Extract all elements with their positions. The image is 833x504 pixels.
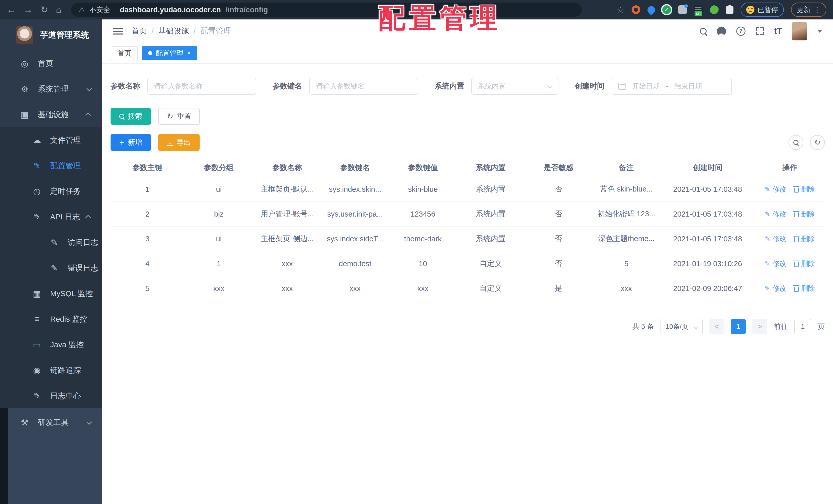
extension-orange-icon[interactable] bbox=[632, 5, 640, 14]
sidebar-item-access-log[interactable]: ✎ 访问日志 bbox=[0, 230, 102, 255]
edit-link[interactable]: ✎修改 bbox=[765, 209, 786, 219]
sidebar-item-scheduled-jobs[interactable]: ◷ 定时任务 bbox=[0, 178, 102, 204]
sidebar-item-infra[interactable]: ▣ 基础设施 bbox=[0, 102, 102, 127]
plus-icon: + bbox=[119, 138, 124, 147]
cell: 用户管理-账号... bbox=[253, 209, 321, 219]
delete-link[interactable]: 删除 bbox=[794, 185, 815, 194]
add-button[interactable]: + 新增 bbox=[111, 134, 151, 151]
clock-icon: ◷ bbox=[31, 186, 43, 196]
font-size-icon[interactable]: tT bbox=[774, 26, 782, 36]
param-name-field[interactable] bbox=[154, 82, 249, 90]
extension-leaf-icon[interactable] bbox=[710, 5, 719, 14]
tab-config-manage[interactable]: 配置管理 × bbox=[142, 46, 197, 60]
edit-link[interactable]: ✎修改 bbox=[765, 234, 786, 244]
search-button[interactable]: 搜索 bbox=[111, 108, 151, 125]
sidebar-item-tracing[interactable]: ◉ 链路追踪 bbox=[0, 357, 102, 383]
active-dot-icon bbox=[148, 51, 152, 55]
date-range-picker[interactable]: 开始日期 - 结束日期 bbox=[612, 78, 732, 95]
sidebar-item-log-center[interactable]: ✎ 日志中心 bbox=[0, 383, 102, 409]
sidebar-item-home[interactable]: ◎ 首页 bbox=[0, 51, 102, 76]
export-button[interactable]: ↓ 导出 bbox=[158, 134, 199, 151]
breadcrumb-infra[interactable]: 基础设施 bbox=[158, 26, 189, 36]
annotation-title: 配置管理 bbox=[378, 0, 501, 36]
address-bar[interactable]: ⚠ 不安全 dashboard.yudao.iocoder.cn /infra/… bbox=[71, 3, 582, 17]
extension-cn-icon[interactable]: cn bbox=[694, 5, 703, 14]
search-icon[interactable] bbox=[700, 28, 707, 34]
edit-link[interactable]: ✎修改 bbox=[765, 284, 786, 293]
next-page-button[interactable]: > bbox=[753, 319, 767, 334]
back-icon[interactable]: ← bbox=[7, 5, 16, 14]
bookmark-star-icon[interactable]: ☆ bbox=[617, 5, 624, 15]
zoom-tool-button[interactable] bbox=[788, 135, 803, 150]
sidebar-item-file-manage[interactable]: ☁ 文件管理 bbox=[0, 127, 102, 153]
column-header: 创建时间 bbox=[660, 162, 755, 173]
reset-button[interactable]: ↻ 重置 bbox=[158, 108, 200, 125]
cell: xxx bbox=[253, 259, 321, 268]
app-logo-row[interactable]: 芋道管理系统 bbox=[0, 20, 102, 51]
sidebar-item-api-log[interactable]: ✎ API 日志 bbox=[0, 204, 102, 230]
forward-icon[interactable]: → bbox=[24, 5, 33, 14]
github-icon[interactable] bbox=[717, 27, 726, 36]
delete-link[interactable]: 删除 bbox=[794, 234, 815, 244]
edit-link[interactable]: ✎修改 bbox=[765, 185, 786, 194]
cell: xxx bbox=[389, 284, 457, 293]
help-icon[interactable]: ? bbox=[736, 27, 745, 36]
cell: 是 bbox=[525, 283, 592, 294]
table-tools: ↻ bbox=[788, 135, 825, 150]
close-icon[interactable]: × bbox=[187, 49, 191, 57]
page-number-button[interactable]: 1 bbox=[731, 319, 746, 334]
sidebar-item-java-monitor[interactable]: ▭ Java 监控 bbox=[0, 332, 102, 357]
browser-menu-icon[interactable]: ⋮ bbox=[813, 6, 821, 14]
extensions-puzzle-icon[interactable] bbox=[726, 6, 734, 14]
filter-form: 参数名称 参数键名 系统内置 系统内置 创建时间 开始日期 - bbox=[111, 78, 825, 95]
sidebar-item-system[interactable]: ⚙ 系统管理 bbox=[0, 76, 102, 102]
home-icon[interactable]: ⌂ bbox=[56, 5, 62, 14]
delete-link[interactable]: 删除 bbox=[794, 209, 815, 219]
param-name-input[interactable] bbox=[147, 78, 256, 95]
page-unit-label: 页 bbox=[818, 322, 825, 331]
breadcrumb-home[interactable]: 首页 bbox=[132, 26, 147, 36]
paused-extension-pill[interactable]: 已暂停 bbox=[741, 3, 784, 17]
cell: 3 bbox=[111, 235, 184, 243]
export-button-label: 导出 bbox=[176, 137, 191, 147]
param-key-field[interactable] bbox=[316, 82, 411, 90]
add-button-label: 新增 bbox=[128, 137, 142, 147]
page-size-select[interactable]: 10条/页 bbox=[661, 319, 703, 334]
sidebar-item-label: 配置管理 bbox=[50, 160, 81, 171]
sidebar-item-dev-tools[interactable]: ⚒ 研发工具 bbox=[0, 408, 102, 437]
chevron-down-icon[interactable] bbox=[817, 30, 822, 33]
extension-check-icon[interactable]: ✓ bbox=[662, 5, 671, 14]
fullscreen-icon[interactable] bbox=[756, 27, 764, 35]
collapse-menu-icon[interactable] bbox=[113, 27, 123, 35]
chevron-up-icon bbox=[86, 112, 91, 118]
reload-icon[interactable]: ↻ bbox=[41, 5, 48, 14]
param-key-input[interactable] bbox=[309, 78, 418, 95]
sidebar-item-config-manage[interactable]: ✎ 配置管理 bbox=[0, 153, 102, 178]
tab-home[interactable]: 首页 bbox=[111, 46, 138, 60]
cell: 5 bbox=[592, 259, 660, 268]
sidebar-item-error-log[interactable]: ✎ 错误日志 bbox=[0, 255, 102, 281]
goto-page-input[interactable] bbox=[794, 319, 811, 334]
row-actions: ✎修改 删除 bbox=[755, 185, 825, 194]
sidebar-item-mysql-monitor[interactable]: ▦ MySQL 监控 bbox=[0, 281, 102, 306]
user-avatar[interactable] bbox=[792, 22, 807, 41]
extension-grid-icon[interactable] bbox=[678, 5, 687, 14]
breadcrumb-current: 配置管理 bbox=[200, 26, 231, 36]
refresh-tool-button[interactable]: ↻ bbox=[810, 135, 825, 150]
header-actions: ? tT bbox=[700, 22, 822, 41]
edit-link[interactable]: ✎修改 bbox=[765, 259, 786, 268]
not-secure-warning-icon: ⚠ bbox=[79, 6, 85, 14]
row-actions: ✎修改 删除 bbox=[755, 284, 825, 293]
delete-link[interactable]: 删除 bbox=[794, 259, 815, 268]
extension-pin-icon[interactable] bbox=[646, 5, 657, 15]
delete-link[interactable]: 删除 bbox=[794, 284, 815, 293]
column-header: 参数名称 bbox=[253, 162, 321, 173]
cell: 初始化密码 123... bbox=[592, 209, 660, 219]
prev-page-button[interactable]: < bbox=[709, 319, 724, 334]
sidebar-item-redis-monitor[interactable]: ≡ Redis 监控 bbox=[0, 306, 102, 332]
edit-icon: ✎ bbox=[765, 186, 770, 193]
column-header: 参数分组 bbox=[184, 162, 253, 173]
builtin-select[interactable]: 系统内置 bbox=[471, 78, 558, 95]
start-date-placeholder: 开始日期 bbox=[632, 81, 660, 91]
chrome-update-button[interactable]: 更新 ⋮ bbox=[791, 3, 826, 17]
